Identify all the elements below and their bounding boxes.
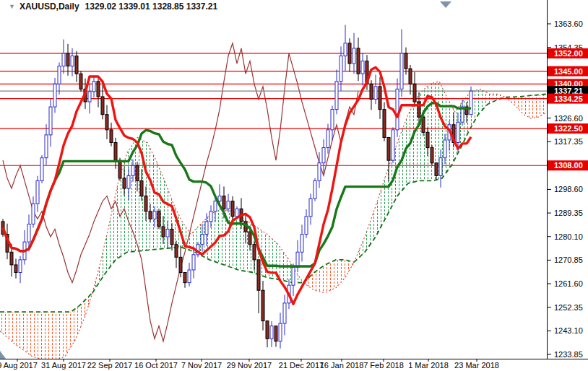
- bear-candle-body: [136, 165, 139, 180]
- bull-candle-body: [392, 130, 394, 160]
- x-axis-date-label: 1 Mar 2018: [408, 361, 449, 370]
- price-level-tag-text: 1322.50: [554, 124, 583, 133]
- bull-candle-body: [301, 235, 303, 253]
- bull-candle-body: [205, 222, 208, 235]
- bear-candle-body: [75, 56, 78, 74]
- price-level-tag: 1308.00: [548, 160, 588, 170]
- bear-candle-body: [413, 84, 416, 102]
- x-axis-date-label: 7 Feb 2018: [363, 361, 404, 370]
- bull-candle-body: [19, 260, 22, 273]
- bear-candle-body: [274, 326, 277, 341]
- x-axis-date-label: 29 Nov 2017: [227, 361, 272, 370]
- symbol-dropdown-icon[interactable]: ▼: [9, 3, 15, 10]
- chart-shift-marker-icon[interactable]: [440, 1, 451, 8]
- bull-candle-body: [32, 204, 35, 224]
- bear-candle-body: [101, 97, 104, 115]
- bear-candle-body: [387, 137, 390, 160]
- trading-chart-window: ▼XAUUSD,Daily1329.02 1339.01 1328.85 133…: [0, 0, 588, 371]
- price-level-tag-text: 1308.00: [554, 161, 583, 170]
- symbol-period-label: XAUUSD,Daily: [20, 1, 79, 12]
- bear-candle-body: [405, 53, 407, 69]
- bull-candle-body: [327, 130, 329, 148]
- bear-candle-body: [149, 211, 152, 219]
- bear-candle-body: [66, 53, 69, 66]
- bear-candle-body: [231, 201, 234, 217]
- bear-candle-body: [248, 232, 251, 245]
- bear-candle-body: [179, 257, 182, 272]
- bull-candle-body: [331, 110, 334, 130]
- y-axis-price-label: 1261.60: [554, 279, 583, 288]
- bear-candle-body: [261, 290, 264, 320]
- bear-candle-body: [183, 273, 186, 283]
- bear-candle-body: [144, 196, 147, 211]
- bull-candle-body: [201, 235, 204, 245]
- bull-candle-body: [318, 163, 321, 181]
- bull-candle-body: [344, 43, 347, 56]
- bull-candle-body: [53, 84, 56, 107]
- x-axis-date-label: 22 Sep 2017: [87, 361, 132, 370]
- bull-candle-body: [92, 82, 95, 92]
- price-level-tag-text: 1345.00: [554, 67, 583, 76]
- bear-candle-body: [105, 115, 108, 130]
- bear-candle-body: [140, 180, 143, 196]
- x-axis-date-label: 9 Aug 2017: [0, 361, 38, 370]
- bull-candle-body: [292, 267, 295, 285]
- bull-candle-body: [188, 270, 191, 283]
- bull-candle-body: [127, 175, 130, 188]
- bull-candle-body: [62, 53, 65, 66]
- bull-candle-body: [374, 87, 377, 100]
- bull-candle-body: [214, 201, 217, 211]
- bear-candle-body: [118, 160, 121, 178]
- bull-candle-body: [49, 107, 52, 135]
- kumo-cloud-bear: [506, 94, 547, 118]
- bear-candle-body: [97, 82, 100, 97]
- price-chart-canvas[interactable]: 1363.601354.351326.601317.351298.601289.…: [0, 0, 588, 371]
- bull-candle-body: [283, 303, 286, 323]
- bear-candle-body: [170, 230, 173, 245]
- bull-candle-body: [340, 56, 342, 81]
- bull-candle-body: [40, 158, 43, 181]
- bear-candle-body: [266, 321, 269, 339]
- bull-candle-body: [361, 61, 364, 74]
- bull-candle-body: [209, 211, 212, 222]
- bear-candle-body: [175, 245, 178, 258]
- y-axis-price-label: 1326.60: [554, 114, 583, 123]
- bull-candle-body: [45, 135, 48, 158]
- bull-candle-body: [153, 211, 156, 219]
- price-level-tag: 1322.50: [548, 123, 588, 134]
- bear-candle-body: [370, 84, 373, 99]
- bull-candle-body: [235, 209, 238, 217]
- kumo-cloud-bear: [0, 293, 92, 362]
- y-axis-price-label: 1317.35: [554, 137, 583, 146]
- bull-candle-body: [192, 255, 195, 270]
- bull-candle-body: [305, 217, 308, 235]
- y-axis-price-label: 1233.85: [554, 350, 583, 359]
- bear-candle-body: [348, 43, 351, 64]
- bear-candle-body: [79, 74, 82, 89]
- bear-candle-body: [114, 142, 117, 160]
- bull-candle-body: [353, 48, 355, 64]
- bull-candle-body: [227, 201, 230, 209]
- y-axis-price-label: 1363.60: [554, 19, 583, 28]
- bear-candle-body: [253, 245, 256, 260]
- y-axis-price-label: 1289.35: [554, 209, 583, 217]
- bear-candle-body: [357, 48, 360, 74]
- bull-candle-body: [71, 56, 74, 66]
- y-axis-price-label: 1252.35: [554, 303, 583, 312]
- bear-candle-body: [431, 148, 433, 163]
- bull-candle-body: [396, 89, 399, 129]
- bull-candle-body: [296, 252, 299, 267]
- bull-candle-body: [279, 323, 282, 341]
- bull-candle-body: [314, 180, 316, 198]
- bear-candle-body: [123, 178, 126, 188]
- bear-candle-body: [10, 252, 13, 265]
- bull-candle-body: [131, 165, 134, 175]
- x-axis-date-label: 21 Dec 2017: [279, 361, 324, 370]
- price-level-tag-text: 1334.25: [554, 95, 583, 103]
- bear-candle-body: [14, 265, 17, 273]
- price-level-tag: 1334.25: [548, 94, 588, 104]
- bear-candle-body: [162, 227, 165, 237]
- bull-candle-body: [309, 198, 312, 217]
- bear-candle-body: [426, 132, 429, 147]
- bear-candle-body: [409, 69, 412, 84]
